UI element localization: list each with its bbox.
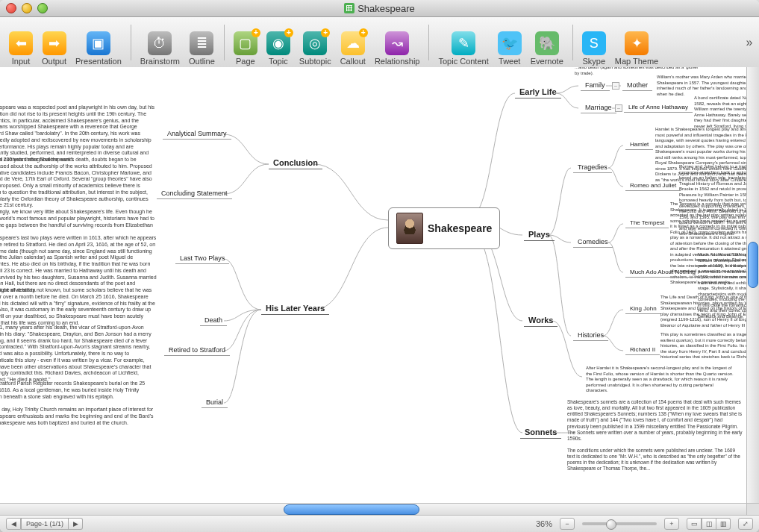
topic-family[interactable]: Family [581,80,610,91]
brainstorm-button[interactable]: ⏱Brainstorm [136,19,184,66]
arrow-left-icon: ⬅ [9,31,33,55]
text-sonnets-1: Shakespeare's sonnets are a collection o… [567,399,743,442]
topic-content-button[interactable]: ✎Topic Content [434,19,493,66]
topic-concluding-statement[interactable]: Concluding Statement [157,188,232,199]
text-analytical-summary: Shakespeare was a respected poet and pla… [0,104,157,163]
toolbar-separator [224,25,225,60]
output-button[interactable]: ➡Output [37,19,71,66]
text-king-john: The Life and Death of King John is one o… [660,295,747,328]
topic-hamlet[interactable]: Hamlet [625,140,653,150]
skype-button[interactable]: SSkype [578,19,610,66]
shakespeare-portrait-icon [396,213,423,244]
twitter-icon: 🐦 [498,31,522,55]
topic-king-john[interactable]: King John [625,304,661,314]
topic-tempest[interactable]: The Tempest [625,218,669,228]
input-button[interactable]: ⬅Input [4,19,37,66]
topic-analytical-summary[interactable]: Analytical Summary [163,128,231,140]
topic-sonnets[interactable]: Sonnets [520,426,561,439]
view-mode-3-button[interactable]: ▥ [716,518,731,530]
topic-button[interactable]: ◉+Topic [262,19,295,66]
text-death-1: The cause of death is not known, but som… [0,287,157,327]
topic-content-icon: ✎ [452,31,475,55]
toolbar-separator [428,25,429,60]
toolbar: ⬅Input ➡Output ▣Presentation ⏱Brainstorm… [0,17,759,69]
app-window: Shakespeare ⬅Input ➡Output ▣Presentation… [0,0,759,532]
view-mode-2-button[interactable]: ◫ [702,518,716,530]
canvas-container: Shakespeare Conclusion Analytical Summar… [0,67,759,516]
collapse-marker[interactable]: – [612,82,619,90]
close-window-button[interactable] [6,3,16,13]
evernote-button[interactable]: 🐘Evernote [526,19,568,66]
page-button[interactable]: ▢+Page [229,19,262,66]
presentation-icon: ▣ [87,31,110,55]
expand-button[interactable]: ⤢ [738,518,753,530]
page-indicator[interactable]: Page-1 (1/1) [21,518,69,530]
toolbar-separator [131,25,131,60]
relationship-button[interactable]: ↝Relationship [370,19,425,66]
page-icon: ▢+ [234,31,257,55]
zoom-window-button[interactable] [37,3,48,13]
text-concluding-1: Around 230 years after Shakespeare's dea… [0,157,157,209]
central-topic[interactable]: Shakespeare [388,207,500,249]
topic-mother[interactable]: Mother [622,80,652,91]
text-concluding-2: Amazingly, we know very little about Sha… [0,209,157,235]
vertical-scrollbar[interactable] [746,67,759,504]
collapse-marker[interactable]: – [615,104,622,112]
relationship-icon: ↝ [385,31,409,55]
text-works-hamlet: After Hamlet it is Shakespeare's second-… [586,366,735,394]
mindmap-canvas[interactable]: Shakespeare Conclusion Analytical Summar… [0,67,747,504]
text-death-2: In 1661, many years after his death, the… [0,325,157,384]
topic-richard[interactable]: Richard II [625,345,660,355]
scrollbar-thumb[interactable] [284,504,419,515]
next-page-button[interactable]: ▶ [69,518,83,530]
text-anne: A bond certificate dated November the 28… [694,96,747,129]
topic-early-life[interactable]: Early Life [515,86,561,98]
resize-corner[interactable] [746,503,759,516]
text-last-two-plays: Shakespeare's last two plays were writte… [0,235,157,294]
prev-page-button[interactable]: ◀ [6,518,21,530]
presentation-button[interactable]: ▣Presentation [71,19,126,66]
document-icon [344,3,354,13]
titlebar[interactable]: Shakespeare [0,0,759,17]
topic-retired[interactable]: Retired to Stratford [164,345,230,356]
topic-conclusion[interactable]: Conclusion [269,157,322,169]
topic-death[interactable]: Death [200,315,227,326]
horizontal-scrollbar[interactable] [0,503,747,516]
window-title-text: Shakespeare [357,3,415,14]
outline-button[interactable]: ≣Outline [184,19,219,66]
scrollbar-thumb[interactable] [748,242,758,288]
text-richard: This play is sometimes classified as a t… [660,332,747,360]
tweet-button[interactable]: 🐦Tweet [493,19,526,66]
arrow-right-icon: ➡ [43,31,66,55]
skype-icon: S [582,31,606,55]
topic-burial[interactable]: Burial [202,397,228,408]
window-title: Shakespeare [0,3,759,14]
topic-last-two-plays[interactable]: Last Two Plays [175,253,229,264]
central-topic-label: Shakespeare [428,222,492,234]
topic-histories[interactable]: Histories [573,330,608,341]
zoom-slider[interactable] [582,522,657,525]
topic-marriage[interactable]: Marriage [581,102,616,113]
view-mode-1-button[interactable]: ▭ [687,518,702,530]
topic-later-years[interactable]: His Later Years [261,302,329,315]
topic-plays[interactable]: Plays [524,228,555,241]
topic-anne[interactable]: Life of Anne Hathaway [624,102,693,113]
subtopic-button[interactable]: ◎+Subtopic [295,19,336,66]
toolbar-overflow-button[interactable]: » [744,28,755,57]
minimize-window-button[interactable] [22,3,32,13]
topic-works[interactable]: Works [524,314,557,327]
topic-tragedies[interactable]: Tragedies [573,162,612,173]
topic-much-ado[interactable]: Much Ado About Nothing [625,267,700,278]
topic-comedies[interactable]: Comedies [573,237,613,248]
text-sonnets-2: The conditions under which the sonnets w… [567,448,743,472]
theme-icon: ✦ [625,31,649,55]
text-burial-1: The Stratford Parish Register records Sh… [0,381,157,400]
zoom-knob[interactable] [606,519,616,530]
zoom-in-button[interactable]: + [664,518,679,530]
map-theme-button[interactable]: ✦Map Theme [610,19,663,66]
callout-button[interactable]: ☁+Callout [336,19,370,66]
topic-romeo[interactable]: Romeo and Juliet [625,181,681,191]
topic-icon: ◉+ [266,31,290,55]
zoom-out-button[interactable]: − [560,518,575,530]
toolbar-separator [572,25,573,60]
